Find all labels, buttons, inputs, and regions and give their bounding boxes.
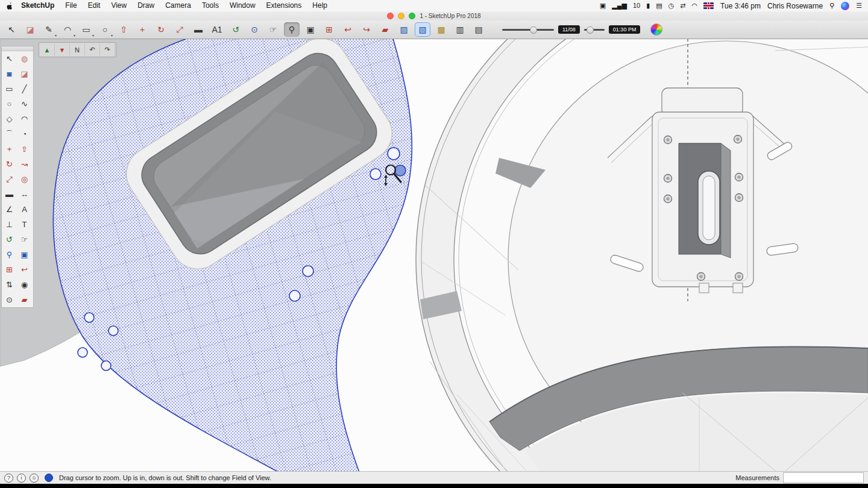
- viewport-canvas[interactable]: [0, 39, 868, 475]
- menu-sketchup[interactable]: SketchUp: [16, 0, 60, 11]
- zoom-window-tool[interactable]: ▣: [303, 22, 318, 37]
- paint-bucket-tool[interactable]: ◙: [2, 66, 17, 81]
- close-button[interactable]: [387, 13, 394, 19]
- signal-bars-icon[interactable]: ▂▄▆: [612, 0, 627, 11]
- minimize-button[interactable]: [398, 13, 404, 19]
- zoom-tool[interactable]: ⚲: [2, 247, 17, 262]
- time-machine-icon[interactable]: ◷: [668, 0, 675, 11]
- view-redo-tool[interactable]: ↷: [100, 43, 115, 56]
- text-tool-tool[interactable]: A: [17, 202, 32, 217]
- rectangle-tool[interactable]: ▭▾: [78, 22, 94, 37]
- eraser-tool[interactable]: ◪: [22, 22, 38, 37]
- sync-arrows-icon[interactable]: ⇄: [680, 0, 685, 11]
- pan-tool[interactable]: ☞: [265, 22, 281, 37]
- axes-tool[interactable]: ⊥: [2, 217, 17, 232]
- offset-tool[interactable]: ◎: [17, 172, 32, 187]
- tape-measure-tool[interactable]: ▬: [2, 187, 17, 202]
- zoom-extents-tool[interactable]: ⊞: [2, 262, 17, 277]
- measurements-input[interactable]: [783, 472, 864, 483]
- arc-tool[interactable]: ◠: [17, 111, 32, 127]
- previous-view-tool[interactable]: ↩: [17, 262, 32, 277]
- back-edges-style-tool[interactable]: ▧: [415, 22, 430, 37]
- menu-clock[interactable]: Tue 3:46 pm: [720, 2, 761, 10]
- zoom-tool[interactable]: ⚲: [284, 22, 300, 37]
- battery-icon[interactable]: ▮: [646, 0, 650, 11]
- walk-tool[interactable]: ⇅: [2, 277, 17, 292]
- tape-measure-tool[interactable]: ▬: [190, 22, 206, 37]
- rotate-tool[interactable]: ↻: [153, 22, 169, 37]
- style-up-tool[interactable]: ▲: [40, 43, 55, 56]
- rotate-tool[interactable]: ↻: [2, 157, 17, 172]
- dropdown-caret-icon[interactable]: ▾: [55, 33, 57, 37]
- polygon-tool[interactable]: ◇: [2, 111, 17, 127]
- previous-view-tool[interactable]: ↩: [340, 22, 356, 37]
- uk-flag-icon[interactable]: [703, 2, 714, 9]
- north-align-tool[interactable]: N: [70, 43, 85, 56]
- protractor-tool[interactable]: ∠: [2, 202, 17, 217]
- shadow-time-knob[interactable]: [587, 27, 594, 34]
- follow-me-tool[interactable]: ↝: [17, 157, 32, 172]
- menu-tools[interactable]: Tools: [197, 0, 224, 11]
- pan-tool[interactable]: ☞: [17, 232, 32, 247]
- line-tool[interactable]: ✎▾: [41, 22, 57, 37]
- signal-count-icon[interactable]: 10: [633, 0, 640, 11]
- menu-extensions[interactable]: Extensions: [261, 0, 307, 11]
- menu-window[interactable]: Window: [224, 0, 261, 11]
- circle-tool[interactable]: ○▾: [97, 22, 113, 37]
- section-plane-tool[interactable]: ▰: [17, 292, 32, 307]
- orbit-tool[interactable]: ↺: [2, 232, 17, 247]
- rectangle-tool[interactable]: ▭: [2, 81, 17, 96]
- color-wheel-icon[interactable]: [650, 23, 662, 36]
- eraser-tool[interactable]: ◪: [17, 66, 32, 81]
- look-around-tool[interactable]: ◉: [17, 277, 32, 292]
- select-tool[interactable]: ↖: [2, 51, 17, 66]
- push-pull-tool[interactable]: ⇧: [17, 142, 32, 157]
- 3d-text-tool[interactable]: T: [17, 217, 32, 232]
- circle-tool[interactable]: ○: [2, 96, 17, 111]
- menu-camera[interactable]: Camera: [160, 0, 197, 11]
- menu-edit[interactable]: Edit: [83, 0, 106, 11]
- view-undo-tool[interactable]: ↶: [85, 43, 100, 56]
- orbit-tool[interactable]: ↺: [228, 22, 244, 37]
- search-icon[interactable]: ⚲: [829, 0, 834, 11]
- dropdown-caret-icon[interactable]: ▾: [74, 33, 75, 37]
- select-tool[interactable]: ↖: [4, 22, 19, 37]
- zoom-extents-tool[interactable]: ⊞: [321, 22, 337, 37]
- next-view-tool[interactable]: ↪: [359, 22, 374, 37]
- scale-tool[interactable]: ⤢: [2, 172, 17, 187]
- control-center-icon[interactable]: ☰: [856, 0, 862, 11]
- info-icon[interactable]: i: [17, 474, 26, 483]
- zoom-window-tool[interactable]: ▣: [17, 247, 32, 262]
- section-plane-tool[interactable]: ▰: [377, 22, 393, 37]
- pie-tool[interactable]: ◔: [17, 127, 32, 142]
- position-camera-tool[interactable]: ⊙: [2, 292, 17, 307]
- two-point-arc-tool[interactable]: ⌒: [2, 127, 17, 142]
- move-tool[interactable]: +: [2, 142, 17, 157]
- dropdown-caret-icon[interactable]: ▾: [111, 33, 113, 37]
- move-tool[interactable]: +: [134, 22, 150, 37]
- push-pull-tool[interactable]: ⇧: [116, 22, 131, 37]
- shaded-style-tool[interactable]: ▦: [433, 22, 449, 37]
- menu-view[interactable]: View: [105, 0, 132, 11]
- keyboard-grid-icon[interactable]: ▤: [656, 0, 662, 11]
- style-down-tool[interactable]: ▼: [55, 43, 70, 56]
- shadow-date-slider[interactable]: [502, 29, 554, 31]
- line-tool[interactable]: ╱: [17, 81, 32, 96]
- dimension-tool[interactable]: ↔: [17, 187, 32, 202]
- shadow-time-slider[interactable]: [584, 29, 605, 31]
- zoom-window-button[interactable]: [409, 13, 415, 19]
- siri-icon[interactable]: [841, 2, 849, 10]
- dropdown-caret-icon[interactable]: ▾: [92, 33, 94, 37]
- make-component-tool[interactable]: ◍: [17, 51, 32, 66]
- xray-style-tool[interactable]: ▨: [396, 22, 412, 37]
- menu-help[interactable]: Help: [307, 0, 333, 11]
- palette-drag-handle[interactable]: [2, 46, 33, 51]
- scale-tool[interactable]: ⤢: [172, 22, 187, 37]
- freehand-tool[interactable]: ∿: [17, 96, 32, 111]
- screen-mirroring-icon[interactable]: ▣: [600, 0, 606, 11]
- text-tool[interactable]: A1: [209, 22, 225, 37]
- geolocation-icon[interactable]: ☺: [30, 474, 39, 483]
- monochrome-style-tool[interactable]: ▥: [452, 22, 468, 37]
- arc-tool[interactable]: ◠▾: [60, 22, 75, 37]
- wifi-icon[interactable]: ◠: [691, 0, 697, 11]
